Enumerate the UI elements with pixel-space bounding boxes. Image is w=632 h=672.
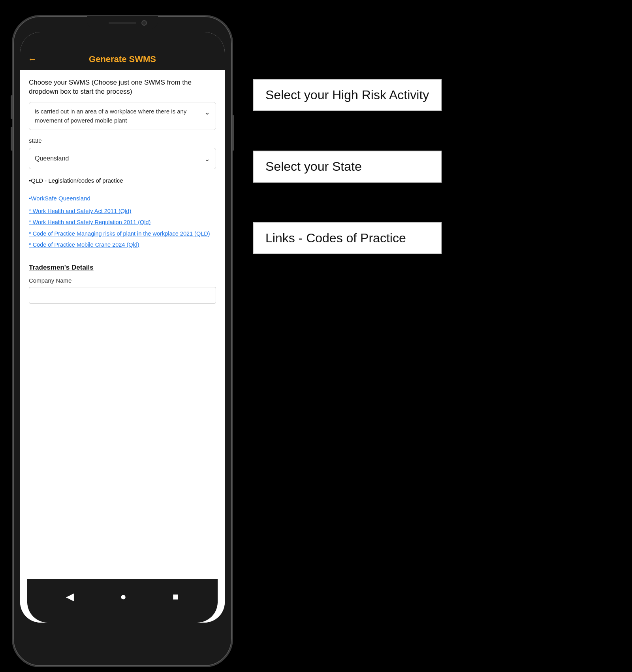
notch: [87, 16, 158, 30]
phone-shell: ← Generate SWMS Choose your SWMS (Choose…: [12, 15, 233, 667]
camera: [141, 20, 147, 26]
activity-dropdown-value: is carried out in an area of a workplace…: [35, 107, 201, 125]
screen: ← Generate SWMS Choose your SWMS (Choose…: [20, 32, 225, 623]
state-dropdown-arrow-icon: ⌄: [204, 155, 210, 163]
bottom-navigation: ◀ ● ■: [27, 579, 218, 623]
right-side-labels: Select your High Risk Activity Select yo…: [253, 79, 442, 254]
state-dropdown-value: Queensland: [35, 155, 69, 162]
select-state-label: Select your State: [253, 151, 442, 183]
status-bar: [20, 32, 225, 49]
legislation-link-2[interactable]: * Code of Practice Managing risks of pla…: [29, 230, 216, 238]
codes-of-practice-label: Links - Codes of Practice: [253, 222, 442, 254]
high-risk-activity-label: Select your High Risk Activity: [253, 79, 442, 111]
nav-back-button[interactable]: ◀: [66, 591, 74, 603]
volume-up-button[interactable]: [11, 95, 13, 119]
state-dropdown[interactable]: Queensland ⌄: [29, 148, 216, 169]
state-label: state: [29, 137, 216, 144]
power-button[interactable]: [232, 115, 234, 151]
company-name-label: Company Name: [29, 277, 216, 284]
back-button[interactable]: ←: [28, 54, 37, 64]
nav-recents-button[interactable]: ■: [173, 591, 179, 603]
activity-dropdown-arrow-icon: ⌄: [204, 108, 210, 117]
legislation-header: •QLD - Legislation/codes of practice: [29, 177, 216, 184]
volume-down-button[interactable]: [11, 127, 13, 151]
legislation-link-0[interactable]: * Work Health and Safety Act 2011 (Qld): [29, 207, 216, 215]
legislation-link-3[interactable]: * Code of Practice Mobile Crane 2024 (Ql…: [29, 241, 216, 249]
app-header: ← Generate SWMS: [20, 49, 225, 70]
tradesmen-heading: Tradesmen's Details: [29, 264, 216, 272]
nav-home-button[interactable]: ●: [120, 591, 126, 603]
main-content: Choose your SWMS (Choose just one SWMS f…: [20, 70, 225, 623]
legislation-link-1[interactable]: * Work Health and Safety Regulation 2011…: [29, 218, 216, 226]
company-name-input[interactable]: [29, 287, 216, 304]
choose-swms-label: Choose your SWMS (Choose just one SWMS f…: [29, 78, 216, 97]
page-title: Generate SWMS: [89, 54, 156, 64]
worksafe-link[interactable]: •WorkSafe Queensland: [29, 195, 216, 202]
legislation-links: * Work Health and Safety Act 2011 (Qld) …: [29, 207, 216, 249]
speaker: [109, 22, 136, 24]
activity-dropdown[interactable]: is carried out in an area of a workplace…: [29, 102, 216, 130]
